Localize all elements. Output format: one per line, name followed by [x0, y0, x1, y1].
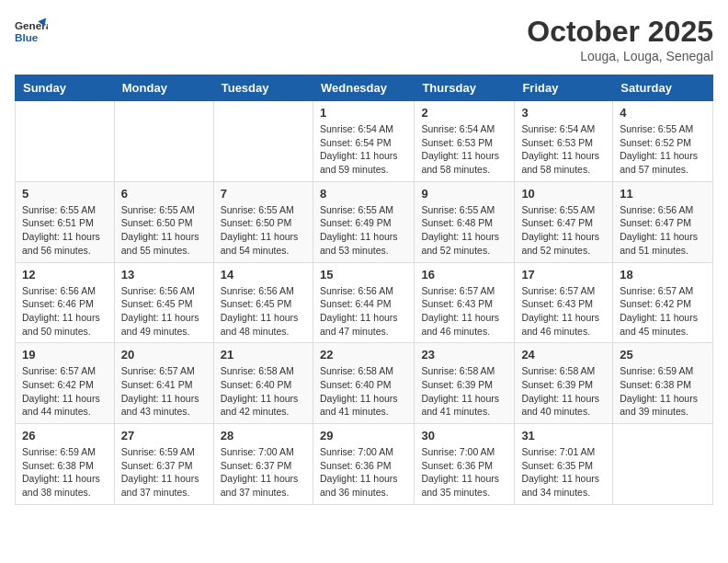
day-info: Sunrise: 6:57 AM Sunset: 6:43 PM Dayligh…	[421, 284, 507, 339]
day-number: 7	[221, 187, 306, 201]
calendar-cell	[613, 424, 713, 505]
day-number: 24	[521, 348, 606, 362]
day-number: 27	[121, 429, 207, 442]
day-number: 20	[121, 348, 207, 362]
day-info: Sunrise: 6:59 AM Sunset: 6:37 PM Dayligh…	[121, 445, 207, 500]
calendar-cell: 25Sunrise: 6:59 AM Sunset: 6:38 PM Dayli…	[613, 343, 713, 424]
day-number: 6	[121, 187, 207, 201]
day-info: Sunrise: 6:59 AM Sunset: 6:38 PM Dayligh…	[22, 445, 108, 500]
day-info: Sunrise: 6:56 AM Sunset: 6:47 PM Dayligh…	[620, 203, 706, 258]
calendar-cell: 6Sunrise: 6:55 AM Sunset: 6:50 PM Daylig…	[114, 181, 213, 262]
calendar-cell: 23Sunrise: 6:58 AM Sunset: 6:39 PM Dayli…	[415, 343, 515, 424]
day-info: Sunrise: 6:55 AM Sunset: 6:50 PM Dayligh…	[121, 203, 207, 258]
day-number: 15	[320, 268, 407, 282]
day-number: 5	[22, 187, 108, 201]
calendar-cell: 9Sunrise: 6:55 AM Sunset: 6:48 PM Daylig…	[415, 181, 515, 262]
calendar-cell: 12Sunrise: 6:56 AM Sunset: 6:46 PM Dayli…	[16, 262, 115, 343]
day-number: 9	[421, 187, 507, 201]
calendar-cell	[114, 101, 213, 182]
calendar-week-row: 1Sunrise: 6:54 AM Sunset: 6:54 PM Daylig…	[16, 101, 713, 182]
calendar-cell: 4Sunrise: 6:55 AM Sunset: 6:52 PM Daylig…	[613, 101, 713, 182]
day-info: Sunrise: 6:56 AM Sunset: 6:45 PM Dayligh…	[221, 284, 306, 339]
calendar-cell: 5Sunrise: 6:55 AM Sunset: 6:51 PM Daylig…	[16, 181, 115, 262]
day-number: 22	[320, 348, 407, 362]
day-number: 1	[320, 106, 407, 120]
calendar-cell: 7Sunrise: 6:55 AM Sunset: 6:50 PM Daylig…	[213, 181, 313, 262]
calendar-cell: 1Sunrise: 6:54 AM Sunset: 6:54 PM Daylig…	[313, 101, 414, 182]
day-number: 19	[22, 348, 108, 362]
calendar-day-header: Sunday	[16, 75, 115, 101]
day-number: 2	[421, 106, 507, 120]
day-info: Sunrise: 6:58 AM Sunset: 6:39 PM Dayligh…	[521, 364, 606, 419]
calendar-cell: 10Sunrise: 6:55 AM Sunset: 6:47 PM Dayli…	[515, 181, 613, 262]
day-info: Sunrise: 6:56 AM Sunset: 6:45 PM Dayligh…	[121, 284, 207, 339]
calendar-cell: 29Sunrise: 7:00 AM Sunset: 6:36 PM Dayli…	[313, 424, 414, 505]
calendar-cell: 2Sunrise: 6:54 AM Sunset: 6:53 PM Daylig…	[415, 101, 515, 182]
calendar-header-row: SundayMondayTuesdayWednesdayThursdayFrid…	[16, 75, 713, 101]
day-info: Sunrise: 6:56 AM Sunset: 6:44 PM Dayligh…	[320, 284, 407, 339]
day-info: Sunrise: 7:00 AM Sunset: 6:36 PM Dayligh…	[320, 445, 407, 500]
calendar-cell: 13Sunrise: 6:56 AM Sunset: 6:45 PM Dayli…	[114, 262, 213, 343]
calendar-cell: 31Sunrise: 7:01 AM Sunset: 6:35 PM Dayli…	[515, 424, 613, 505]
calendar-cell: 24Sunrise: 6:58 AM Sunset: 6:39 PM Dayli…	[515, 343, 613, 424]
day-number: 12	[22, 268, 108, 282]
day-info: Sunrise: 6:54 AM Sunset: 6:53 PM Dayligh…	[521, 122, 606, 177]
day-info: Sunrise: 6:58 AM Sunset: 6:40 PM Dayligh…	[221, 364, 306, 419]
day-number: 21	[221, 348, 306, 362]
day-info: Sunrise: 6:55 AM Sunset: 6:49 PM Dayligh…	[320, 203, 407, 258]
calendar-day-header: Friday	[515, 75, 613, 101]
day-info: Sunrise: 6:54 AM Sunset: 6:54 PM Dayligh…	[320, 122, 407, 177]
calendar-day-header: Wednesday	[313, 75, 414, 101]
day-number: 29	[320, 429, 407, 442]
day-info: Sunrise: 7:00 AM Sunset: 6:36 PM Dayligh…	[421, 445, 507, 500]
day-number: 11	[620, 187, 706, 201]
day-info: Sunrise: 7:01 AM Sunset: 6:35 PM Dayligh…	[521, 445, 606, 500]
calendar-cell: 19Sunrise: 6:57 AM Sunset: 6:42 PM Dayli…	[16, 343, 115, 424]
title-block: October 2025 Louga, Louga, Senegal	[527, 15, 713, 63]
calendar-cell: 18Sunrise: 6:57 AM Sunset: 6:42 PM Dayli…	[613, 262, 713, 343]
day-info: Sunrise: 6:55 AM Sunset: 6:47 PM Dayligh…	[521, 203, 606, 258]
day-number: 4	[620, 106, 706, 120]
calendar-day-header: Tuesday	[213, 75, 313, 101]
day-number: 17	[521, 268, 606, 282]
page-header: General Blue October 2025 Louga, Louga, …	[15, 15, 713, 63]
day-number: 31	[521, 429, 606, 442]
calendar-week-row: 5Sunrise: 6:55 AM Sunset: 6:51 PM Daylig…	[16, 181, 713, 262]
day-info: Sunrise: 6:54 AM Sunset: 6:53 PM Dayligh…	[421, 122, 507, 177]
day-number: 30	[421, 429, 507, 442]
calendar-table: SundayMondayTuesdayWednesdayThursdayFrid…	[15, 75, 713, 505]
calendar-cell: 27Sunrise: 6:59 AM Sunset: 6:37 PM Dayli…	[114, 424, 213, 505]
calendar-cell: 16Sunrise: 6:57 AM Sunset: 6:43 PM Dayli…	[415, 262, 515, 343]
day-info: Sunrise: 6:55 AM Sunset: 6:51 PM Dayligh…	[22, 203, 108, 258]
day-number: 25	[620, 348, 706, 362]
calendar-week-row: 12Sunrise: 6:56 AM Sunset: 6:46 PM Dayli…	[16, 262, 713, 343]
calendar-day-header: Monday	[114, 75, 213, 101]
calendar-week-row: 26Sunrise: 6:59 AM Sunset: 6:38 PM Dayli…	[16, 424, 713, 505]
calendar-cell	[16, 101, 115, 182]
calendar-cell	[213, 101, 313, 182]
calendar-cell: 8Sunrise: 6:55 AM Sunset: 6:49 PM Daylig…	[313, 181, 414, 262]
calendar-cell: 21Sunrise: 6:58 AM Sunset: 6:40 PM Dayli…	[213, 343, 313, 424]
calendar-cell: 17Sunrise: 6:57 AM Sunset: 6:43 PM Dayli…	[515, 262, 613, 343]
calendar-day-header: Saturday	[613, 75, 713, 101]
day-info: Sunrise: 6:59 AM Sunset: 6:38 PM Dayligh…	[620, 364, 706, 419]
calendar-week-row: 19Sunrise: 6:57 AM Sunset: 6:42 PM Dayli…	[16, 343, 713, 424]
svg-text:Blue: Blue	[15, 31, 39, 43]
day-info: Sunrise: 6:57 AM Sunset: 6:42 PM Dayligh…	[22, 364, 108, 419]
day-number: 10	[521, 187, 606, 201]
day-info: Sunrise: 6:55 AM Sunset: 6:48 PM Dayligh…	[421, 203, 507, 258]
calendar-cell: 26Sunrise: 6:59 AM Sunset: 6:38 PM Dayli…	[16, 424, 115, 505]
day-number: 18	[620, 268, 706, 282]
calendar-cell: 14Sunrise: 6:56 AM Sunset: 6:45 PM Dayli…	[213, 262, 313, 343]
day-info: Sunrise: 6:57 AM Sunset: 6:42 PM Dayligh…	[620, 284, 706, 339]
day-info: Sunrise: 6:56 AM Sunset: 6:46 PM Dayligh…	[22, 284, 108, 339]
calendar-cell: 30Sunrise: 7:00 AM Sunset: 6:36 PM Dayli…	[415, 424, 515, 505]
day-info: Sunrise: 6:55 AM Sunset: 6:50 PM Dayligh…	[221, 203, 306, 258]
logo: General Blue	[15, 15, 48, 48]
calendar-cell: 3Sunrise: 6:54 AM Sunset: 6:53 PM Daylig…	[515, 101, 613, 182]
day-info: Sunrise: 6:57 AM Sunset: 6:43 PM Dayligh…	[521, 284, 606, 339]
day-info: Sunrise: 6:57 AM Sunset: 6:41 PM Dayligh…	[121, 364, 207, 419]
day-number: 16	[421, 268, 507, 282]
day-number: 8	[320, 187, 407, 201]
month-title: October 2025	[527, 15, 713, 49]
